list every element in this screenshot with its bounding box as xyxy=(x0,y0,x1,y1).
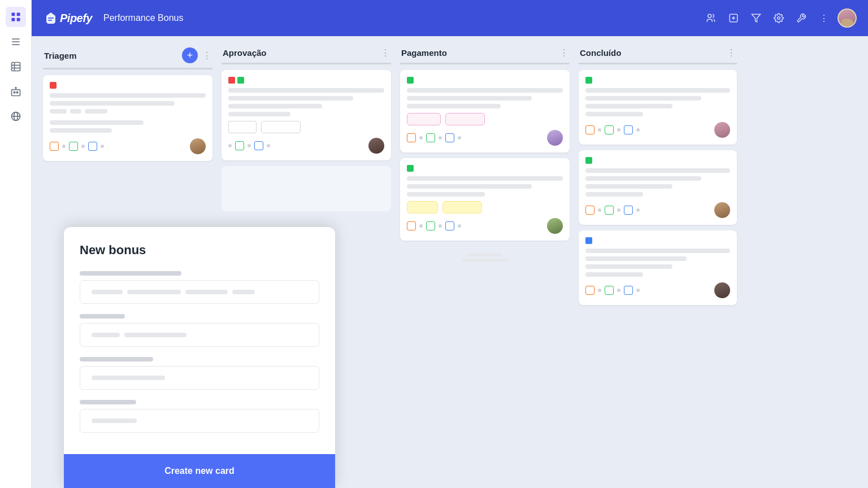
card-line xyxy=(407,88,563,93)
card-line xyxy=(407,104,501,108)
dot xyxy=(81,145,85,148)
dot xyxy=(248,144,251,147)
column-header-concluido: Concluído ⋮ xyxy=(579,47,737,64)
card-line xyxy=(407,184,532,189)
icon-blue xyxy=(445,133,454,142)
icon-orange xyxy=(585,206,594,215)
icon-orange xyxy=(585,125,594,134)
more-menu-btn[interactable]: ⋮ xyxy=(815,9,833,27)
card-line xyxy=(585,176,701,181)
add-card-triagem-btn[interactable]: + xyxy=(182,47,198,63)
column-menu-aprovacao[interactable]: ⋮ xyxy=(381,47,390,58)
column-title-pagamento: Pagamento xyxy=(401,48,555,58)
tag-green xyxy=(237,77,244,84)
sidebar-item-bot[interactable] xyxy=(6,81,26,102)
card-pagamento-2[interactable] xyxy=(400,158,570,241)
column-menu-pagamento[interactable]: ⋮ xyxy=(559,47,568,58)
form-input-3[interactable] xyxy=(80,366,319,390)
icon-orange xyxy=(407,133,416,142)
card-label xyxy=(261,121,301,133)
icon-green xyxy=(426,133,435,142)
dot xyxy=(636,208,640,212)
sidebar xyxy=(0,0,32,488)
form-label-4 xyxy=(80,400,136,404)
card-triagem-1[interactable] xyxy=(43,75,212,161)
dot xyxy=(458,136,461,140)
label-pink-outline xyxy=(445,113,485,125)
column-concluido: Concluído ⋮ xyxy=(579,47,737,305)
icon-green xyxy=(605,286,614,295)
card-aprovacao-1[interactable] xyxy=(222,70,391,160)
column-header-triagem: Triagem + ⋮ xyxy=(43,47,212,69)
icon-green xyxy=(605,125,614,134)
svg-marker-21 xyxy=(752,14,761,22)
filter-icon-btn[interactable] xyxy=(747,9,765,27)
card-icons xyxy=(585,206,640,215)
sidebar-item-home[interactable] xyxy=(6,7,26,27)
settings-icon-btn[interactable] xyxy=(770,9,788,27)
icon-green xyxy=(426,221,435,230)
column-header-pagamento: Pagamento ⋮ xyxy=(400,47,570,64)
main-content: Pipefy Performance Bonus xyxy=(32,0,868,488)
card-avatar xyxy=(368,138,384,154)
import-icon-btn[interactable] xyxy=(724,9,743,27)
dot xyxy=(617,289,620,292)
icon-orange xyxy=(50,142,59,151)
icon-green xyxy=(69,142,78,151)
card-line xyxy=(585,192,643,197)
icon-blue xyxy=(445,221,454,230)
create-new-card-button[interactable]: Create new card xyxy=(64,454,335,488)
card-line xyxy=(407,96,532,101)
card-line xyxy=(585,272,643,277)
panel-title: New bonus xyxy=(80,243,319,258)
card-concluido-1[interactable] xyxy=(579,70,737,145)
card-pagamento-1[interactable] xyxy=(400,70,570,152)
icon-blue xyxy=(624,286,633,295)
sidebar-item-list[interactable] xyxy=(6,32,26,52)
card-line xyxy=(585,256,687,261)
form-label-1 xyxy=(80,271,181,276)
skeleton xyxy=(462,259,507,262)
load-more xyxy=(400,246,570,269)
svg-rect-2 xyxy=(11,18,15,21)
sidebar-item-table[interactable] xyxy=(6,56,26,77)
dot xyxy=(636,289,640,292)
column-menu-concluido[interactable]: ⋮ xyxy=(727,47,736,58)
tag-red xyxy=(50,82,57,89)
icon-blue xyxy=(624,125,633,134)
column-menu-triagem[interactable]: ⋮ xyxy=(202,50,211,61)
card-line xyxy=(228,96,353,101)
form-input-4[interactable] xyxy=(80,409,319,433)
user-avatar[interactable] xyxy=(837,8,857,28)
dot xyxy=(62,145,66,148)
card-icons xyxy=(228,141,270,150)
users-icon-btn[interactable] xyxy=(702,9,720,27)
form-input-1[interactable] xyxy=(80,280,319,304)
dot xyxy=(101,145,104,148)
svg-rect-11 xyxy=(11,90,20,96)
tag-green xyxy=(407,165,414,172)
card-avatar xyxy=(547,218,563,234)
card-line xyxy=(585,184,672,189)
icon-green xyxy=(605,206,614,215)
logo-text: Pipefy xyxy=(60,12,92,25)
card-avatar xyxy=(190,138,206,154)
column-title-concluido: Concluído xyxy=(580,48,722,58)
tag-green xyxy=(585,77,592,84)
tag-green xyxy=(407,77,414,84)
icon-blue xyxy=(624,206,633,215)
wrench-icon-btn[interactable] xyxy=(792,9,810,27)
form-input-2[interactable] xyxy=(80,323,319,347)
card-line xyxy=(585,168,730,173)
svg-rect-0 xyxy=(11,13,15,16)
card-concluido-3[interactable] xyxy=(579,230,737,305)
header-left: Pipefy Performance Bonus xyxy=(43,10,183,26)
card-line xyxy=(50,93,206,98)
sidebar-item-globe[interactable] xyxy=(6,106,26,127)
card-concluido-2[interactable] xyxy=(579,150,737,225)
svg-point-19 xyxy=(708,14,711,18)
card-avatar xyxy=(547,130,563,146)
svg-point-13 xyxy=(16,91,18,93)
dot xyxy=(598,289,601,292)
form-group-4 xyxy=(80,400,319,433)
